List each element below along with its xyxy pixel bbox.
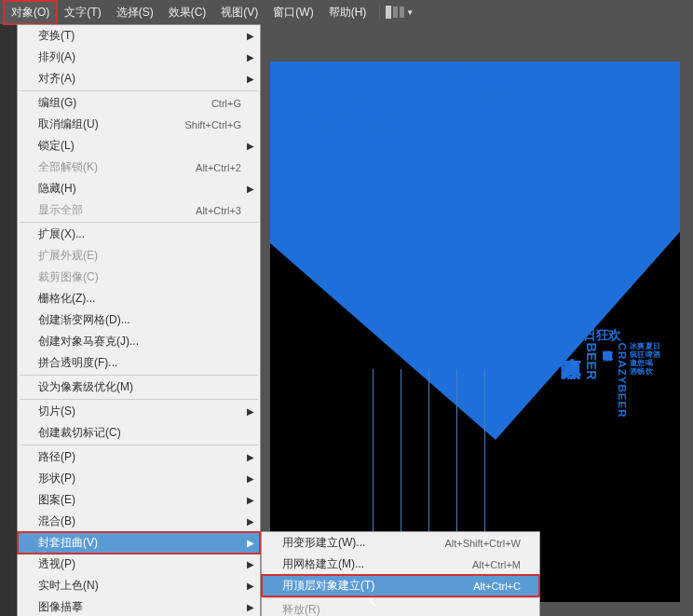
menu-item[interactable]: 图像描摹▶ — [18, 596, 260, 616]
menu-item[interactable]: 创建对象马赛克(J)... — [18, 331, 260, 352]
menu-item: 裁剪图像(C) — [18, 267, 260, 288]
menu-item[interactable]: 扩展(X)... — [18, 224, 260, 245]
submenu-item[interactable]: 用网格建立(M)...Alt+Ctrl+M — [262, 554, 539, 575]
cursor-icon: ↖ — [367, 595, 378, 609]
menu-item[interactable]: 对齐(A)▶ — [18, 68, 260, 89]
canvas[interactable]: 啤酒狂欢节 纯色啤酒夏日狂欢 疯凉狂 BEER ARTMANSDESIGN 冰爽… — [261, 24, 693, 616]
menu-item[interactable]: 混合(B)▶ — [18, 511, 260, 532]
menu-help[interactable]: 帮助(H) — [321, 1, 374, 24]
menu-item[interactable]: 创建渐变网格(D)... — [18, 309, 260, 331]
menu-item: 全部解锁(K)Alt+Ctrl+2 — [18, 157, 260, 178]
side-poster-text: 酒夏日狂欢 冰爽啤酒 BEER 啤酒狂欢节 CRAZYBEER 冰爽夏日疯狂啤酒… — [558, 327, 680, 418]
menu-item[interactable]: 封套扭曲(V)▶ — [18, 532, 260, 554]
menu-item[interactable]: 取消编组(U)Shift+Ctrl+G — [18, 114, 260, 135]
menu-item[interactable]: 拼合透明度(F)... — [18, 352, 260, 374]
menu-item[interactable]: 变换(T)▶ — [18, 25, 260, 47]
menu-text[interactable]: 文字(T) — [57, 1, 108, 24]
menu-item[interactable]: 切片(S)▶ — [18, 401, 260, 422]
menu-select[interactable]: 选择(S) — [109, 1, 161, 24]
object-menu: 变换(T)▶排列(A)▶对齐(A)▶编组(G)Ctrl+G取消编组(U)Shif… — [17, 24, 261, 616]
menubar: 对象(O) 文字(T) 选择(S) 效果(C) 视图(V) 窗口(W) 帮助(H… — [0, 0, 693, 24]
menu-item[interactable]: 编组(G)Ctrl+G — [18, 92, 260, 114]
menu-object[interactable]: 对象(O) — [4, 1, 57, 24]
menu-item[interactable]: 形状(P)▶ — [18, 468, 260, 489]
menu-item[interactable]: 图案(E)▶ — [18, 489, 260, 511]
menu-item[interactable]: 透视(P)▶ — [18, 554, 260, 575]
beer-poster-text: 啤酒狂欢节 纯色啤酒夏日狂欢 疯凉狂 BEER ARTMANSDESIGN 冰爽… — [298, 66, 671, 140]
submenu-item[interactable]: 用顶层对象建立(T)Alt+Ctrl+C — [262, 575, 539, 596]
submenu-item: 释放(R) — [262, 599, 539, 616]
chevron-down-icon[interactable]: ▼ — [406, 8, 414, 17]
layout-icon[interactable] — [386, 5, 404, 20]
menu-item[interactable]: 排列(A)▶ — [18, 47, 260, 68]
menu-effect[interactable]: 效果(C) — [161, 1, 214, 24]
menu-item[interactable]: 路径(P)▶ — [18, 446, 260, 468]
menu-item[interactable]: 设为像素级优化(M) — [18, 376, 260, 398]
menu-item[interactable]: 隐藏(H)▶ — [18, 178, 260, 199]
menu-view[interactable]: 视图(V) — [213, 1, 265, 24]
separator — [379, 5, 380, 20]
envelope-distort-submenu: 用变形建立(W)...Alt+Shift+Ctrl+W用网格建立(M)...Al… — [261, 531, 540, 616]
menu-item[interactable]: 锁定(L)▶ — [18, 135, 260, 157]
menu-item[interactable]: 栅格化(Z)... — [18, 288, 260, 309]
artboard: 啤酒狂欢节 纯色啤酒夏日狂欢 疯凉狂 BEER ARTMANSDESIGN 冰爽… — [270, 62, 680, 602]
submenu-item[interactable]: 用变形建立(W)...Alt+Shift+Ctrl+W — [262, 532, 539, 554]
menu-item: 扩展外观(E) — [18, 245, 260, 267]
menu-item: 显示全部Alt+Ctrl+3 — [18, 199, 260, 221]
menu-window[interactable]: 窗口(W) — [265, 1, 320, 24]
menu-item[interactable]: 实时上色(N)▶ — [18, 575, 260, 596]
menu-item[interactable]: 创建裁切标记(C) — [18, 422, 260, 444]
